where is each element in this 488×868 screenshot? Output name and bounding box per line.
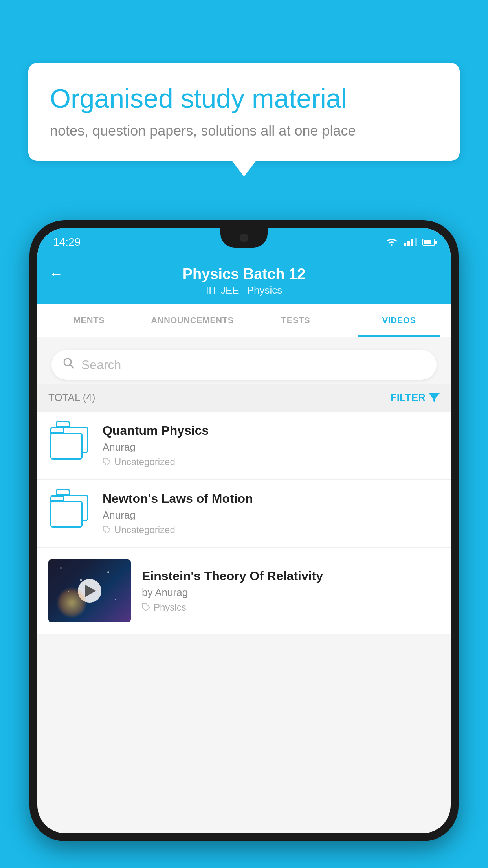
svg-line-1 xyxy=(70,364,73,368)
video-info-1: Quantum Physics Anurag Uncategorized xyxy=(103,423,440,467)
list-item[interactable]: Quantum Physics Anurag Uncategorized xyxy=(37,412,451,480)
video-author-3: by Anurag xyxy=(142,587,440,599)
app-title: Physics Batch 12 xyxy=(183,266,306,283)
search-icon xyxy=(62,357,75,373)
status-bar: 14:29 xyxy=(37,228,451,256)
play-triangle-icon xyxy=(85,585,96,597)
list-item[interactable]: Newton's Laws of Motion Anurag Uncategor… xyxy=(37,480,451,548)
tab-videos[interactable]: VIDEOS xyxy=(347,304,451,337)
subtitle-physics: Physics xyxy=(247,284,283,296)
signal-icon xyxy=(404,238,417,246)
tab-announcements[interactable]: ANNOUNCEMENTS xyxy=(141,304,244,337)
folder-thumbnail-1 xyxy=(48,423,92,467)
back-button[interactable]: ← xyxy=(49,266,63,282)
app-header: ← Physics Batch 12 IIT JEE Physics xyxy=(37,256,451,304)
folder-double-icon-2 xyxy=(50,495,90,532)
speech-bubble: Organised study material notes, question… xyxy=(28,63,460,161)
folder-double-icon xyxy=(50,427,90,464)
subtitle-iitjee: IIT JEE xyxy=(206,284,239,296)
tag-icon-1 xyxy=(103,458,111,466)
filter-button[interactable]: FILTER xyxy=(391,392,440,404)
video-info-3: Einstein's Theory Of Relativity by Anura… xyxy=(142,569,440,613)
phone-device: 14:29 xyxy=(29,220,459,841)
folder-thumbnail-2 xyxy=(48,491,92,535)
video-title-2: Newton's Laws of Motion xyxy=(103,491,440,506)
bubble-title: Organised study material xyxy=(50,83,438,115)
video-tag-3: Physics xyxy=(142,602,440,613)
search-bar[interactable]: Search xyxy=(51,350,437,380)
wifi-icon xyxy=(385,237,398,247)
search-placeholder: Search xyxy=(81,358,121,372)
tag-icon-2 xyxy=(103,526,111,534)
tab-ments[interactable]: MENTS xyxy=(37,304,141,337)
video-author-2: Anurag xyxy=(103,509,440,521)
filter-icon xyxy=(429,393,440,403)
notch xyxy=(220,228,268,248)
video-info-2: Newton's Laws of Motion Anurag Uncategor… xyxy=(103,491,440,535)
phone-screen: 14:29 xyxy=(37,228,451,833)
app-subtitle: IIT JEE Physics xyxy=(206,284,282,296)
video-list: Quantum Physics Anurag Uncategorized xyxy=(37,412,451,634)
video-title-1: Quantum Physics xyxy=(103,423,440,438)
list-item[interactable]: Einstein's Theory Of Relativity by Anura… xyxy=(37,548,451,634)
bubble-subtitle: notes, question papers, solutions all at… xyxy=(50,123,438,139)
video-title-3: Einstein's Theory Of Relativity xyxy=(142,569,440,583)
status-icons xyxy=(385,237,435,247)
tab-tests[interactable]: TESTS xyxy=(244,304,347,337)
video-thumbnail-einstein xyxy=(48,559,131,622)
battery-icon xyxy=(422,239,435,246)
total-count: TOTAL (4) xyxy=(48,392,95,404)
video-tag-2: Uncategorized xyxy=(103,524,440,535)
tab-bar: MENTS ANNOUNCEMENTS TESTS VIDEOS xyxy=(37,304,451,337)
tag-icon-3 xyxy=(142,603,150,612)
camera-dot xyxy=(240,234,248,242)
status-time: 14:29 xyxy=(53,236,81,248)
filter-bar: TOTAL (4) FILTER xyxy=(37,384,451,412)
video-tag-1: Uncategorized xyxy=(103,456,440,467)
video-author-1: Anurag xyxy=(103,441,440,453)
